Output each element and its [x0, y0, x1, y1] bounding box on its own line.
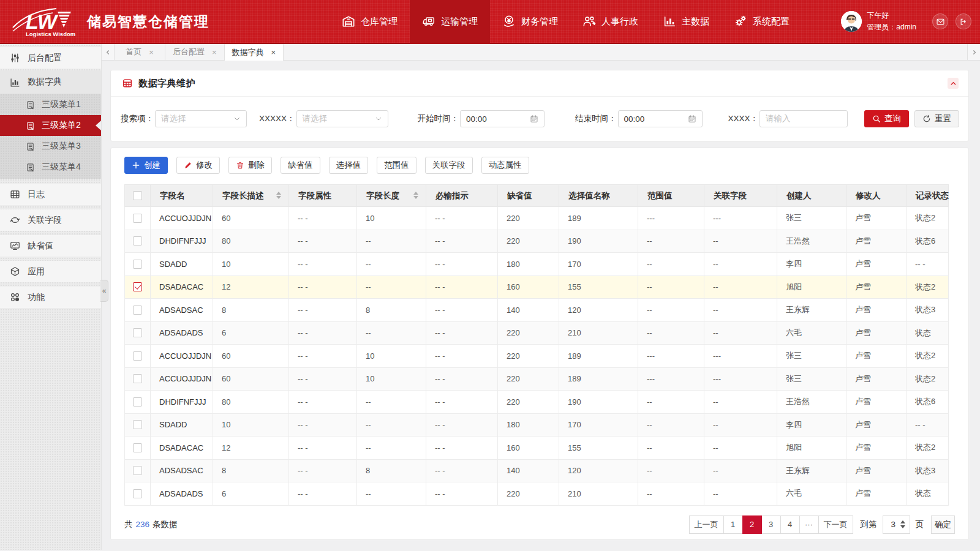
toolbar-button-5[interactable]: 选择值 [329, 157, 369, 174]
page-button-2[interactable]: 2 [742, 515, 762, 534]
warehouse-icon [342, 15, 355, 28]
row-checkbox[interactable] [133, 489, 142, 498]
cell-选择值名称: 190 [559, 230, 638, 253]
column-header-label: 缺省值 [507, 191, 532, 200]
query-button[interactable]: 查询 [864, 110, 909, 127]
sidebar-item-4[interactable]: 缺省值 [0, 235, 101, 257]
cell-字段属性: -- - [289, 253, 357, 276]
sidebar-item-5[interactable]: 应用 [0, 261, 101, 282]
toolbar-button-4[interactable]: 缺省值 [281, 157, 320, 174]
table-row-12: ADSADSAC8-- -8-- -140120----王东辉卢雪状态3 [125, 459, 949, 482]
sidebar-item-1[interactable]: 数据字典 [0, 70, 101, 94]
cell-选择值名称: 155 [559, 276, 638, 299]
toolbar-button-8[interactable]: 动态属性 [481, 157, 529, 174]
cell-修改人: 卢雪 [846, 207, 907, 230]
select-all-checkbox[interactable] [133, 191, 142, 200]
table-row-10: SDADD10-- ----- -180170----李四卢雪-- - [125, 413, 949, 437]
time-value: 00:00 [624, 114, 645, 124]
reset-button[interactable]: 重置 [914, 110, 959, 127]
logout-button[interactable] [956, 13, 971, 29]
sort-icon[interactable] [276, 192, 281, 199]
select-input[interactable]: 请选择 [155, 110, 247, 127]
sidebar-subitem-2[interactable]: 三级菜单2 [0, 115, 101, 136]
sort-icon[interactable] [413, 192, 418, 199]
cell-缺省值: 180 [498, 413, 559, 437]
trash-icon [236, 161, 244, 170]
row-checkbox[interactable] [133, 466, 142, 475]
cell-关联字段: -- [704, 253, 777, 276]
tab-close-icon[interactable]: × [149, 48, 154, 56]
cell-字段名: ACCUOJJDJN [151, 367, 213, 391]
mail-button[interactable] [932, 13, 948, 29]
row-checkbox[interactable] [133, 397, 142, 407]
row-checkbox[interactable] [133, 214, 142, 223]
row-checkbox[interactable] [133, 351, 142, 361]
cell-字段长度: -- [357, 276, 426, 299]
toolbar-button-7[interactable]: 关联字段 [425, 157, 473, 174]
cell-必输指示: -- - [426, 367, 498, 391]
sidebar-item-0[interactable]: 后台配置 [0, 47, 101, 69]
cell-字段长度: -- [357, 253, 426, 276]
sidebar-subitem-3[interactable]: 三级菜单3 [0, 136, 101, 157]
tab-close-icon[interactable]: × [212, 48, 217, 56]
content-column: 首页×后台配置×数据字典× 数据字典维护 搜索项：请选择XXXXX：请选择开始时… [102, 44, 980, 550]
confirm-button[interactable]: 确定 [931, 515, 955, 534]
time-input[interactable]: 00:00 [618, 110, 703, 127]
row-checkbox[interactable] [133, 236, 142, 246]
page-button-···[interactable]: ··· [799, 515, 819, 534]
tab-3[interactable]: 数据字典× [225, 44, 284, 61]
toolbar-button-6[interactable]: 范围值 [377, 157, 417, 174]
nav-item-6[interactable]: 系统配置 [722, 0, 802, 43]
tab-close-icon[interactable]: × [271, 48, 276, 56]
cell-字段长描述: 10 [213, 253, 289, 276]
sidebar-subitem-4[interactable]: 三级菜单4 [0, 157, 101, 178]
sidebar-item-label: 缺省值 [28, 241, 53, 252]
toolbar-button-3[interactable]: 删除 [228, 157, 272, 174]
table-row-8: ACCUOJJDJN60-- -10-- -220189------张三卢雪状态… [125, 367, 949, 391]
sidebar-item-3[interactable]: 关联字段 [0, 209, 101, 231]
row-checkbox[interactable] [133, 282, 142, 291]
row-checkbox[interactable] [133, 305, 142, 315]
nav-item-1[interactable]: 仓库管理 [330, 0, 410, 43]
logo-icon: LW Logistics Wisdom [12, 4, 81, 39]
row-checkbox[interactable] [133, 443, 142, 452]
sidebar-item-6[interactable]: 功能 [0, 287, 101, 308]
search-buttons: 查询重置 [864, 110, 959, 127]
sidebar-subitem-1[interactable]: 三级菜单1 [0, 94, 101, 115]
avatar[interactable] [841, 11, 862, 32]
row-checkbox[interactable] [133, 328, 142, 337]
nav-item-4[interactable]: 人事行政 [570, 0, 650, 43]
tabs-scroll-left-button[interactable] [102, 44, 115, 60]
page-button-3[interactable]: 3 [761, 515, 781, 534]
next-page-button[interactable]: 下一页 [818, 515, 853, 534]
toolbar-button-1[interactable]: 创建 [124, 157, 168, 174]
table-row-13: ADSADADS6-- ----- -220210----六毛卢雪状态 [125, 482, 949, 506]
row-checkbox[interactable] [133, 260, 142, 269]
total-suffix: 条数据 [153, 519, 178, 530]
time-input[interactable]: 00:00 [460, 110, 545, 127]
calendar-icon [688, 114, 696, 123]
toolbar-button-2[interactable]: 修改 [176, 157, 220, 174]
page-button-1[interactable]: 1 [723, 515, 743, 534]
select-input[interactable]: 请选择 [296, 110, 388, 127]
tab-1[interactable]: 首页× [115, 44, 165, 60]
row-checkbox[interactable] [133, 420, 142, 429]
sidebar-subitem-label: 三级菜单4 [42, 162, 81, 173]
row-checkbox[interactable] [133, 374, 142, 383]
goto-page-input[interactable]: 3 [883, 515, 910, 534]
panel-collapse-button[interactable] [948, 78, 959, 89]
nav-item-2[interactable]: 运输管理 [410, 0, 490, 44]
goto-stepper[interactable] [900, 520, 905, 528]
tab-2[interactable]: 后台配置× [165, 44, 225, 60]
cell-创建人: 王浩然 [777, 230, 846, 253]
prev-page-button[interactable]: 上一页 [689, 515, 724, 534]
nav-item-label: 主数据 [682, 16, 709, 28]
chevron-down-icon [233, 115, 241, 122]
nav-item-5[interactable]: 主数据 [650, 0, 722, 43]
sidebar-collapse-handle[interactable]: « [100, 280, 108, 302]
sidebar-item-2[interactable]: 日志 [0, 184, 101, 205]
nav-item-3[interactable]: 财务管理 [490, 0, 570, 43]
text-input[interactable]: 请输入 [760, 110, 848, 127]
page-button-4[interactable]: 4 [780, 515, 800, 534]
tabs-scroll-right-button[interactable] [967, 44, 980, 60]
